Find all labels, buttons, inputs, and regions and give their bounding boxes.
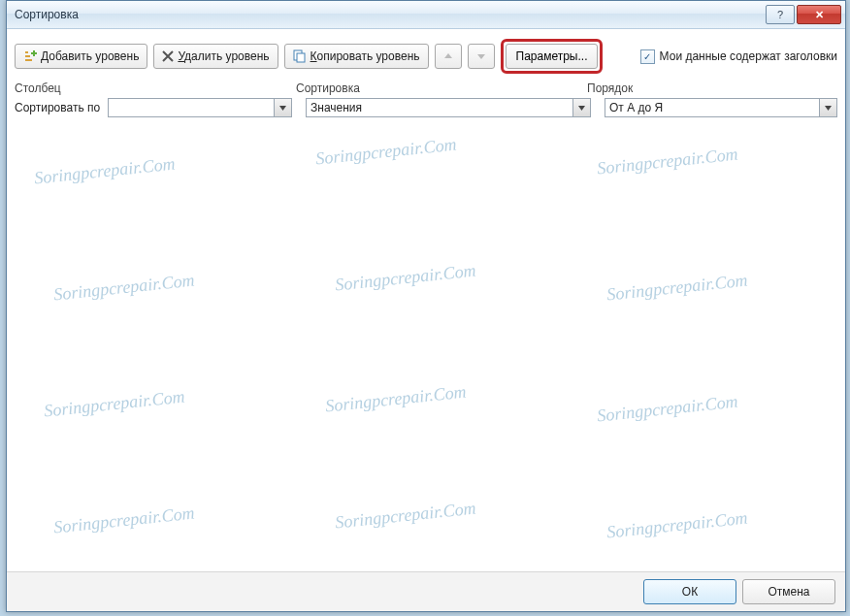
options-button-highlight: Параметры... [501,39,604,74]
help-icon: ? [777,9,783,20]
watermark: Soringpcrepair.Com [43,386,185,421]
watermark: Soringpcrepair.Com [605,270,748,305]
watermark: Soringpcrepair.Com [52,270,195,305]
cancel-label: Отмена [768,585,809,599]
arrow-up-icon [443,51,453,61]
order-combo-value: От А до Я [605,101,819,114]
sort-dialog: Сортировка ? ✕ Добавить уровень [6,0,846,612]
svg-rect-4 [297,53,305,62]
watermark: Soringpcrepair.Com [52,503,195,537]
delete-icon [162,50,174,62]
titlebar-buttons: ? ✕ [764,5,841,24]
help-button[interactable]: ? [766,5,795,24]
move-down-button[interactable] [468,44,495,69]
header-column: Столбец [15,81,296,95]
close-button[interactable]: ✕ [797,5,841,24]
watermark: Soringpcrepair.Com [605,507,748,542]
headers-checkbox-label: Мои данные содержат заголовки [660,49,837,63]
watermark: Soringpcrepair.Com [334,260,476,295]
sort-on-combo[interactable]: Значения [306,98,591,117]
move-up-button[interactable] [435,44,462,69]
header-sort-on: Сортировка [296,81,587,95]
svg-rect-2 [25,59,32,61]
watermark: Soringpcrepair.Com [334,498,476,533]
add-level-icon [23,49,37,63]
check-icon: ✓ [643,51,651,62]
chevron-down-icon [819,99,836,116]
chevron-down-icon [274,99,291,116]
options-button[interactable]: Параметры... [506,44,599,69]
close-icon: ✕ [815,9,824,21]
toolbar: Добавить уровень Удалить уровень Копиров… [7,29,845,81]
add-level-label-rest: обавить уровень [49,49,139,63]
sort-on-combo-value: Значения [307,101,572,114]
dialog-footer: ОК Отмена [7,571,845,611]
column-headers: Столбец Сортировка Порядок [7,81,845,97]
headers-checkbox-wrap[interactable]: ✓ Мои данные содержат заголовки [640,49,837,64]
watermark: Soringpcrepair.Com [33,153,176,188]
order-combo[interactable]: От А до Я [605,98,837,117]
titlebar: Сортировка ? ✕ [7,1,845,29]
header-order: Порядок [587,81,837,95]
watermark: Soringpcrepair.Com [314,134,457,169]
watermark: Soringpcrepair.Com [324,381,467,416]
cancel-button[interactable]: Отмена [742,579,835,604]
svg-rect-0 [25,51,28,53]
svg-rect-1 [25,55,30,57]
arrow-down-icon [476,51,486,61]
sort-by-label: Сортировать по [15,101,108,114]
copy-level-button[interactable]: Копировать уровень [284,44,429,69]
sort-level-row: Сортировать по Значения От А до Я [7,97,845,118]
column-combo[interactable] [108,98,292,117]
copy-icon [293,49,307,63]
headers-checkbox[interactable]: ✓ [640,49,655,64]
delete-level-button[interactable]: Удалить уровень [153,44,278,69]
ok-button[interactable]: ОК [643,579,736,604]
chevron-down-icon [572,99,590,116]
window-title: Сортировка [15,8,764,21]
watermark: Soringpcrepair.Com [596,391,738,426]
watermark: Soringpcrepair.Com [596,144,738,178]
sort-levels-area: Soringpcrepair.Com Soringpcrepair.Com So… [15,122,837,571]
ok-label: ОК [682,585,698,599]
add-level-button[interactable]: Добавить уровень [15,44,147,69]
